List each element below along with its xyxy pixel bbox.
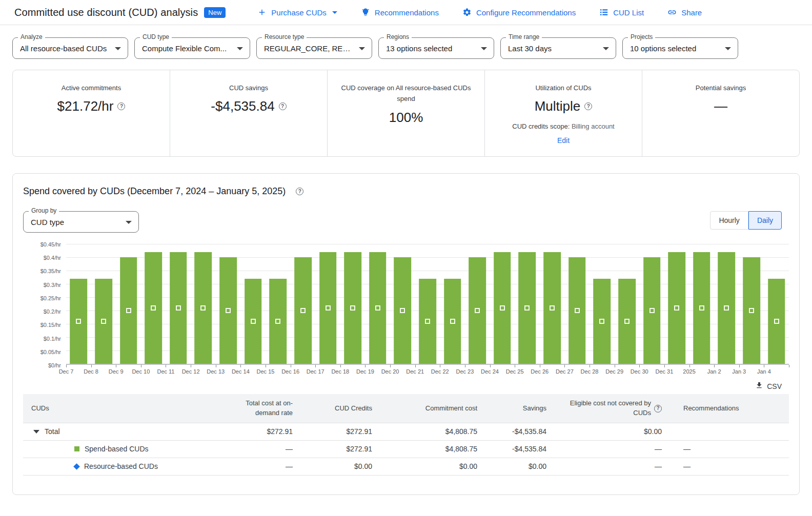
x-tick-label: Dec 12 (182, 368, 200, 375)
series-marker (151, 305, 156, 311)
page-title: Committed use discount (CUD) analysis (14, 7, 198, 18)
resource-type-filter[interactable]: Resource typeREGULAR_CORE, REGU... (256, 37, 372, 59)
column-header-text: Eligible cost not covered by CUDs (561, 399, 651, 418)
stat-potential-savings: Potential savings— (642, 70, 799, 156)
stat-value-text: 100% (389, 110, 423, 126)
x-tick (639, 365, 640, 367)
collapse-row-icon[interactable] (33, 430, 39, 434)
table-cell: $272.91 (293, 444, 372, 454)
scope-value: Billing account (572, 122, 615, 130)
y-tick-label: $0.45/hr (40, 241, 61, 247)
x-tick-label: Dec 10 (132, 368, 150, 375)
column-header: Commitment cost (425, 400, 477, 418)
cud-credits-scope: CUD credits scope: Billing account (485, 122, 642, 130)
daily-toggle-button[interactable]: Daily (748, 211, 782, 230)
column-header: Total cost at on-demand rate (228, 395, 293, 422)
analyze-filter[interactable]: AnalyzeAll resource-based CUDs (12, 37, 128, 59)
series-marker (500, 305, 505, 311)
x-tick-label: Dec 13 (207, 368, 225, 375)
purchase-cuds-button[interactable]: Purchase CUDs (257, 8, 337, 17)
series-marker (200, 305, 206, 311)
x-tick (764, 365, 764, 367)
filter-value: 10 options selected (630, 44, 720, 53)
table-cell: $0.00 (477, 461, 546, 471)
help-icon[interactable]: ? (117, 102, 125, 110)
download-csv-button[interactable]: CSV (755, 381, 782, 391)
column-header: Eligible cost not covered by CUDs? (546, 395, 662, 422)
table-cell: $272.91 (228, 426, 293, 437)
chevron-down-icon (237, 47, 243, 50)
stat-value: 100% (328, 110, 484, 126)
stat-active-commitments: Active commitments$21.72/hr? (13, 70, 170, 156)
hourly-toggle-button[interactable]: Hourly (710, 211, 748, 230)
cud-breakdown-table: CUDsTotal cost at on-demand rateCUD Cred… (23, 394, 789, 476)
projects-filter[interactable]: Projects10 options selected (622, 37, 738, 59)
series-marker (326, 305, 331, 311)
series-marker (575, 308, 580, 313)
table-cell: — (662, 461, 789, 471)
cud-type-filter[interactable]: CUD typeCompute Flexible Com... (134, 37, 250, 59)
help-icon[interactable]: ? (584, 102, 592, 110)
series-marker (749, 308, 754, 313)
x-tick (440, 365, 440, 367)
y-tick-label: $0.15/hr (40, 322, 61, 328)
y-tick-label: $0/hr (48, 362, 61, 368)
x-tick-label: Dec 19 (356, 368, 374, 375)
share-button[interactable]: Share (667, 8, 702, 17)
filter-value: 13 options selected (386, 44, 476, 53)
series-marker (375, 305, 380, 311)
chart-plot-area (66, 244, 789, 365)
help-icon[interactable]: ? (279, 102, 287, 110)
x-tick (415, 365, 416, 367)
series-marker (450, 319, 455, 324)
spend-covered-card: Spend covered by CUDs (December 7, 2024 … (12, 173, 800, 495)
action-label: Purchase CUDs (271, 8, 327, 17)
time-range-filter[interactable]: Time rangeLast 30 days (500, 37, 616, 59)
stat-label: CUD savings (179, 82, 318, 93)
x-tick-label: 2025 (683, 368, 695, 375)
stat-value: — (642, 98, 799, 114)
recommendations-button[interactable]: Recommendations (361, 8, 439, 17)
filter-label: CUD type (140, 33, 172, 40)
stat-label: Potential savings (652, 82, 790, 93)
x-tick-label: Dec 8 (84, 368, 98, 375)
help-icon[interactable]: ? (654, 405, 662, 412)
edit-scope-link[interactable]: Edit (557, 136, 570, 145)
stat-value: Multiple? (485, 98, 642, 114)
lightbulb-icon (361, 8, 370, 17)
x-tick-label: Dec 29 (605, 368, 623, 375)
y-tick-label: $0.2/hr (44, 308, 61, 315)
series-marker (350, 305, 355, 311)
filter-label: Projects (628, 33, 655, 40)
x-tick (689, 365, 690, 367)
series-marker (300, 308, 306, 313)
series-marker (176, 305, 181, 311)
filter-value: Compute Flexible Com... (142, 44, 232, 53)
stat-utilization-of-cuds: Utilization of CUDsMultiple?CUD credits … (484, 70, 642, 156)
x-tick-label: Jan 4 (757, 368, 771, 375)
x-tick (240, 365, 241, 367)
filter-label: Time range (506, 33, 542, 40)
cud-list-button[interactable]: CUD List (599, 8, 644, 17)
table-cell: — (228, 461, 293, 471)
row-label-cell: Spend-based CUDs (23, 444, 228, 454)
action-label: Recommendations (375, 8, 439, 17)
configure-recommendations-button[interactable]: Configure Recommendations (462, 8, 576, 17)
series-marker (400, 308, 405, 313)
x-tick (191, 365, 191, 367)
column-header: CUDs (23, 400, 228, 418)
x-tick (590, 365, 590, 367)
action-label: Share (681, 8, 702, 17)
group-by-select[interactable]: Group by CUD type (23, 211, 139, 233)
stat-value-text: Multiple (535, 98, 581, 114)
series-marker (774, 319, 779, 324)
table-cell: $0.00 (372, 461, 477, 471)
help-icon[interactable]: ? (296, 188, 303, 195)
stat-label: Active commitments (22, 82, 160, 93)
x-tick-label: Dec 28 (581, 368, 599, 375)
x-tick-label: Dec 20 (381, 368, 399, 375)
stat-cud-coverage-on-all-resource-b: CUD coverage on All resource-based CUDs … (327, 70, 484, 156)
page-header: Committed use discount (CUD) analysis Ne… (0, 0, 812, 25)
download-icon (755, 381, 763, 391)
regions-filter[interactable]: Regions13 options selected (378, 37, 494, 59)
